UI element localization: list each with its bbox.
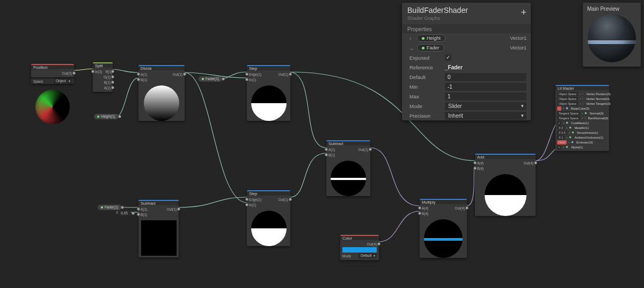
- master-input-row[interactable]: ••CoatMask(1): [555, 120, 609, 125]
- master-input-row[interactable]: X 1•AmbientOcclusion(1): [555, 135, 609, 140]
- master-input-row[interactable]: X 0•Metallic(1): [555, 125, 609, 130]
- properties-section: Properties: [402, 24, 531, 33]
- port-in[interactable]: [584, 112, 587, 114]
- exposed-checkbox[interactable]: ✓: [445, 54, 451, 61]
- shader-subtitle: Shader Graphs: [402, 16, 531, 24]
- port-in[interactable]: [572, 131, 574, 134]
- port-in[interactable]: [582, 92, 583, 95]
- step1-preview: [251, 85, 287, 121]
- add-property-button[interactable]: +: [521, 7, 526, 18]
- node-split[interactable]: Split In(3)R(1) G(1) B(1) A(1): [93, 62, 113, 92]
- mode-select[interactable]: Slider: [445, 102, 526, 110]
- inspector-panel[interactable]: + BuildFaderShader Shader Graphs Propert…: [402, 3, 531, 120]
- port-out[interactable]: [72, 71, 76, 75]
- port-in[interactable]: [566, 121, 568, 124]
- prop-fader-a[interactable]: Fader(1): [199, 76, 222, 82]
- min-field[interactable]: -1: [445, 83, 526, 91]
- master-input-row[interactable]: Object Space•Vertex Normal(3): [555, 96, 609, 101]
- precision-select[interactable]: Inherit: [445, 112, 526, 120]
- preview-sphere[interactable]: [588, 14, 636, 62]
- node-position-space[interactable]: Space Object: [31, 78, 74, 84]
- default-field[interactable]: 0: [445, 73, 526, 81]
- subtracta-preview: [141, 220, 177, 256]
- property-height[interactable]: › Height Vector1: [402, 33, 531, 43]
- node-divide[interactable]: Divide A(1)Out(1) B(1): [138, 65, 185, 121]
- node-step-2[interactable]: Step Edge(1)Out(1) In(1): [247, 190, 290, 246]
- port-in[interactable]: [571, 141, 574, 143]
- property-fader[interactable]: ⌄ Fader Vector1: [402, 43, 531, 53]
- port-in[interactable]: [569, 136, 572, 139]
- prop-fader-b[interactable]: Fader(1): [98, 205, 121, 210]
- node-title: Position: [31, 64, 74, 69]
- node-color[interactable]: Color Out(4) ModeDefault: [340, 235, 379, 260]
- master-input-row[interactable]: X 0.5•Smoothness(1): [555, 130, 609, 135]
- add-preview: [485, 174, 526, 216]
- master-input-row[interactable]: HDR•Emission(3): [555, 140, 609, 145]
- master-input-row[interactable]: Object Space•Vertex Position(3): [555, 91, 609, 96]
- node-position[interactable]: Position Out(3): [31, 64, 74, 77]
- color-swatch[interactable]: [342, 247, 377, 253]
- port-in[interactable]: [569, 126, 572, 129]
- port-in[interactable]: [566, 107, 568, 110]
- main-preview-title: Main Preview: [586, 5, 638, 14]
- prop-height[interactable]: Height(1): [94, 114, 119, 119]
- master-input-row[interactable]: ••BaseColor(3): [555, 106, 609, 111]
- port-in[interactable]: [582, 102, 583, 105]
- multiply-preview: [424, 219, 463, 258]
- x-const[interactable]: X 0.05: [116, 211, 131, 216]
- master-input-row[interactable]: Tangent Space•BentNormal(3): [555, 116, 609, 120]
- node-lit-master[interactable]: Lit Master Object Space•Vertex Position(…: [555, 85, 609, 151]
- shader-title: BuildFaderShader: [402, 3, 531, 16]
- main-preview-panel[interactable]: Main Preview: [583, 3, 641, 67]
- node-step-1[interactable]: Step Edge(1)Out(1) In(1): [247, 65, 290, 121]
- master-input-row[interactable]: Tangent Space•Normal(3): [555, 111, 609, 116]
- max-field[interactable]: 1: [445, 92, 526, 100]
- position-preview: [35, 90, 70, 124]
- port-in[interactable]: [91, 70, 94, 73]
- node-multiply[interactable]: Multiply A(4)Out(4) B(4): [420, 199, 467, 258]
- node-subtract-mid[interactable]: Subtract A(1)Out(1) B(1): [326, 140, 370, 196]
- port-in[interactable]: [582, 97, 583, 100]
- master-input-row[interactable]: Object Space•Vertex Tangent(3): [555, 101, 609, 106]
- color-mode-dropdown[interactable]: Default: [358, 253, 377, 258]
- reference-field[interactable]: _Fader: [445, 64, 526, 70]
- master-input-row[interactable]: ••Alpha(1): [555, 145, 609, 149]
- port-in[interactable]: [566, 146, 568, 148]
- x-value[interactable]: 0.05: [119, 211, 131, 216]
- step2-preview: [251, 211, 287, 246]
- subtractmid-preview: [331, 161, 366, 196]
- space-dropdown[interactable]: Object: [54, 78, 72, 84]
- connection-wires: [0, 0, 644, 288]
- divide-preview: [144, 85, 179, 121]
- node-subtract-a[interactable]: Subtract A(1)Out(1) B(1): [138, 200, 179, 257]
- node-add[interactable]: Add A(4)Out(4) B(4): [475, 154, 536, 216]
- port-in[interactable]: [584, 117, 586, 119]
